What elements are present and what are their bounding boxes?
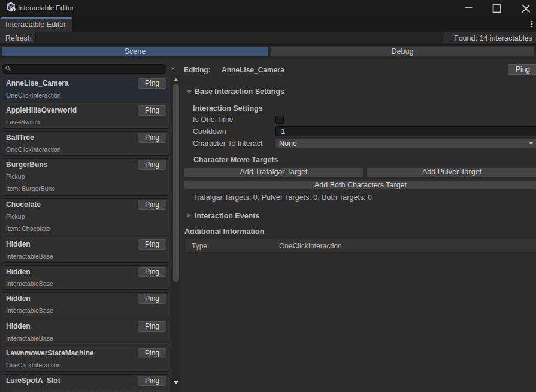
svg-text:8: 8	[12, 7, 14, 11]
